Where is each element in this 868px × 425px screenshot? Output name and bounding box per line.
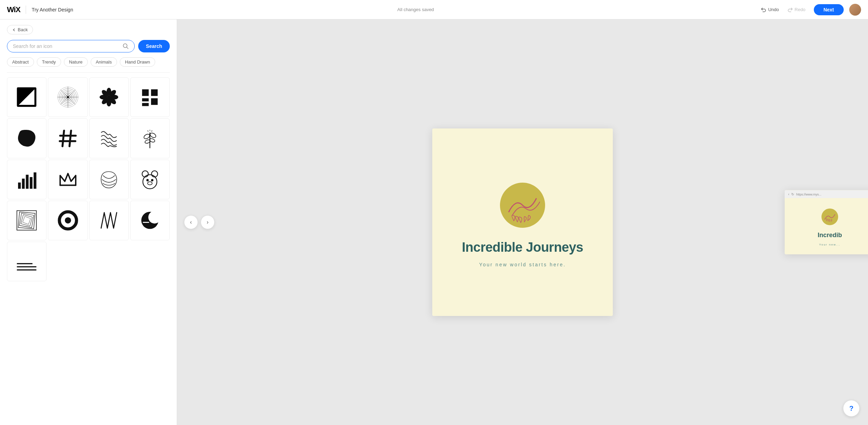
icon-cell-crown[interactable] bbox=[48, 160, 87, 199]
redo-label: Redo bbox=[795, 7, 806, 12]
icon-grid bbox=[7, 77, 170, 281]
svg-rect-24 bbox=[151, 90, 158, 96]
divider bbox=[7, 72, 170, 73]
svg-line-29 bbox=[69, 131, 71, 146]
preview-logo-title: Incredib bbox=[818, 232, 842, 239]
canvas-area: ‹ › Incredible Journeys Your new wo bbox=[177, 19, 868, 425]
icon-cell-wave[interactable] bbox=[89, 118, 129, 158]
logo-title: Incredible Journeys bbox=[462, 240, 583, 255]
back-button[interactable]: Back bbox=[7, 25, 33, 34]
topbar: WiX Try Another Design All changes saved… bbox=[0, 0, 868, 19]
avatar[interactable] bbox=[849, 4, 861, 16]
svg-rect-26 bbox=[142, 103, 149, 106]
icon-cell-moon[interactable] bbox=[130, 201, 170, 240]
wix-logo: WiX bbox=[7, 5, 20, 14]
svg-rect-44 bbox=[34, 172, 36, 189]
svg-point-34 bbox=[149, 132, 157, 139]
icon-cell-circle-rings[interactable] bbox=[48, 201, 87, 240]
preview-logo-icon bbox=[819, 207, 840, 227]
svg-point-0 bbox=[123, 44, 127, 48]
next-nav-button[interactable]: › bbox=[201, 215, 215, 229]
logo-card: Incredible Journeys Your new world start… bbox=[432, 128, 613, 316]
icon-cell-triangle[interactable] bbox=[7, 77, 47, 117]
svg-point-33 bbox=[143, 133, 150, 140]
svg-rect-43 bbox=[30, 177, 33, 189]
topbar-right: Undo Redo Next bbox=[758, 4, 861, 16]
prev-nav-button[interactable]: ‹ bbox=[184, 215, 198, 229]
svg-rect-55 bbox=[21, 215, 33, 226]
icon-cell-blob[interactable] bbox=[7, 118, 47, 158]
icon-cell-spiral-square[interactable] bbox=[7, 201, 47, 240]
svg-line-38 bbox=[148, 131, 148, 131]
help-button[interactable]: ? bbox=[843, 400, 860, 417]
search-icon bbox=[123, 43, 129, 49]
filter-hand-drawn[interactable]: Hand Drawn bbox=[120, 57, 155, 67]
logo-icon bbox=[495, 177, 550, 233]
preview-logo-sub: Your new... bbox=[819, 243, 840, 246]
svg-rect-23 bbox=[142, 90, 149, 96]
save-status: All changes saved bbox=[397, 7, 434, 12]
undo-label: Undo bbox=[768, 7, 779, 12]
filter-nature[interactable]: Nature bbox=[64, 57, 88, 67]
topbar-divider bbox=[26, 6, 26, 14]
browser-bar: ‹ ↻ https://www.mys... bbox=[785, 190, 868, 198]
icon-cell-bear[interactable] bbox=[130, 160, 170, 199]
svg-rect-25 bbox=[142, 98, 149, 101]
icon-cell-lines-bottom[interactable] bbox=[7, 242, 47, 281]
search-input-wrap bbox=[7, 40, 135, 52]
icon-cell-sunburst[interactable] bbox=[48, 77, 87, 117]
icon-cell-scribble[interactable] bbox=[89, 201, 129, 240]
svg-rect-56 bbox=[23, 216, 31, 224]
logo-subtitle: Your new world starts here. bbox=[479, 262, 566, 267]
url-bar: https://www.mys... bbox=[796, 192, 821, 196]
filter-animals[interactable]: Animals bbox=[91, 57, 117, 67]
search-button[interactable]: Search bbox=[138, 40, 170, 52]
svg-rect-41 bbox=[22, 178, 25, 189]
redo-icon bbox=[787, 7, 793, 12]
back-arrow-icon: ‹ bbox=[788, 192, 789, 196]
topbar-left: WiX Try Another Design bbox=[7, 5, 73, 14]
search-row: Search bbox=[7, 40, 170, 52]
left-panel: Back Search Abstract Trendy Nature Anima… bbox=[0, 19, 177, 425]
icon-cell-hashtag[interactable] bbox=[48, 118, 87, 158]
undo-redo-group: Undo Redo bbox=[758, 5, 808, 15]
filter-abstract[interactable]: Abstract bbox=[7, 57, 34, 67]
preview-card: ‹ ↻ https://www.mys... Incredib Your new… bbox=[785, 190, 868, 255]
try-another-design-button[interactable]: Try Another Design bbox=[32, 7, 73, 12]
icon-cell-grid-squares[interactable] bbox=[130, 77, 170, 117]
filter-trendy[interactable]: Trendy bbox=[37, 57, 61, 67]
refresh-icon: ↻ bbox=[791, 192, 794, 196]
search-input[interactable] bbox=[13, 43, 120, 49]
back-label: Back bbox=[18, 27, 28, 32]
main-layout: Back Search Abstract Trendy Nature Anima… bbox=[0, 19, 868, 425]
svg-line-39 bbox=[151, 131, 152, 131]
svg-rect-42 bbox=[26, 175, 29, 189]
next-button[interactable]: Next bbox=[814, 4, 844, 15]
icon-cell-flower[interactable] bbox=[89, 77, 129, 117]
svg-point-50 bbox=[151, 179, 153, 182]
filter-tags: Abstract Trendy Nature Animals Hand Draw… bbox=[7, 57, 170, 67]
svg-rect-27 bbox=[151, 98, 158, 105]
back-arrow-icon bbox=[12, 28, 16, 32]
svg-line-28 bbox=[62, 131, 64, 146]
icon-cell-plant[interactable] bbox=[130, 118, 170, 158]
redo-button[interactable]: Redo bbox=[785, 5, 808, 15]
icon-cell-stripes[interactable] bbox=[89, 160, 129, 199]
svg-point-51 bbox=[148, 182, 152, 185]
svg-point-49 bbox=[147, 179, 149, 182]
svg-rect-52 bbox=[17, 211, 36, 230]
svg-rect-53 bbox=[18, 212, 35, 229]
svg-point-60 bbox=[148, 211, 161, 224]
preview-content: Incredib Your new... bbox=[785, 198, 868, 255]
undo-icon bbox=[761, 7, 766, 12]
icon-cell-bars[interactable] bbox=[7, 160, 47, 199]
svg-rect-54 bbox=[19, 213, 34, 228]
svg-rect-40 bbox=[18, 183, 21, 189]
svg-point-58 bbox=[65, 217, 71, 224]
avatar-image bbox=[849, 4, 861, 16]
undo-button[interactable]: Undo bbox=[758, 5, 782, 15]
